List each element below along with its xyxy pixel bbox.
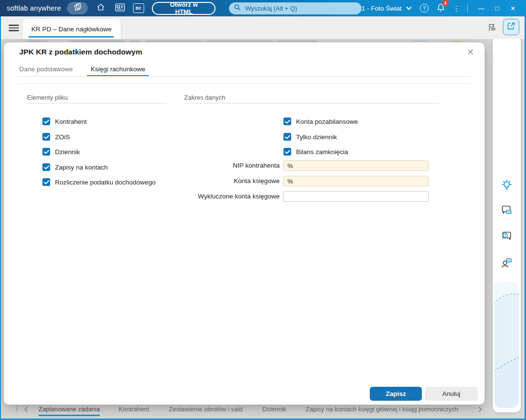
field-wykluczone-konta: Wykluczone konta księgowe	[4, 191, 440, 202]
save-button[interactable]: Zapisz	[370, 387, 422, 401]
checkbox-checked-icon[interactable]	[42, 133, 50, 141]
brand-logo: softlab anywhere	[7, 4, 61, 12]
svg-text:?: ?	[504, 234, 506, 237]
topbar-divider	[467, 4, 468, 12]
checkbox-checked-icon[interactable]	[283, 148, 291, 156]
section-underline	[184, 103, 440, 104]
chevron-down-icon	[406, 4, 411, 10]
search-placeholder: Wyszukaj (Alt + Q)	[245, 5, 297, 12]
checkbox-label: Tylko dziennik	[296, 133, 337, 141]
tab-label: KR PD – Dane nagłówkowe	[31, 26, 112, 33]
search-icon	[234, 4, 241, 13]
checkbox-kontrahent[interactable]: Kontrahent	[42, 117, 87, 126]
lightbulb-icon	[500, 185, 513, 193]
field-nip-kontrahenta: NIP kontrahenta	[4, 160, 440, 171]
home-icon	[96, 2, 106, 14]
open-in-html-button[interactable]: Otwórz w HTML	[152, 2, 216, 15]
report-button[interactable]	[114, 2, 126, 14]
feedback-button[interactable]	[500, 204, 513, 217]
maximize-button[interactable]: □	[490, 2, 504, 14]
dialog-title: JPK KR z podatkiem dochodowym	[19, 48, 142, 56]
chat-feedback-icon	[500, 210, 513, 219]
section-divider	[17, 83, 471, 84]
checkbox-bilans-zamkniecia[interactable]: Bilans zamknięcia	[283, 147, 348, 156]
hamburger-icon	[9, 25, 19, 26]
task-list-button[interactable]	[487, 23, 497, 34]
help-button[interactable]: ?	[420, 4, 429, 13]
nip-kontrahenta-input[interactable]	[283, 160, 429, 171]
checkbox-konta-pozabilansowe[interactable]: Konta pozabilansowe	[283, 117, 358, 126]
close-window-button[interactable]: ✕	[506, 2, 520, 14]
apps-button[interactable]	[67, 2, 88, 14]
home-button[interactable]	[94, 2, 107, 14]
tab-dane-podstawowe[interactable]: Dane podstawowe	[19, 66, 73, 73]
checkbox-checked-icon[interactable]	[42, 118, 50, 125]
chat-question-icon: ?	[500, 236, 513, 245]
field-label: Wykluczone konta księgowe	[76, 191, 280, 202]
checkbox-dziennik[interactable]: Dziennik	[42, 147, 80, 156]
close-icon[interactable]: ✕	[464, 46, 477, 58]
cancel-button[interactable]: Anuluj	[425, 387, 478, 401]
checkbox-checked-icon[interactable]	[42, 148, 50, 156]
ideas-button[interactable]	[500, 178, 513, 192]
minimize-button[interactable]: —	[474, 2, 488, 14]
checkbox-checked-icon[interactable]	[283, 118, 291, 125]
share-button[interactable]	[503, 19, 519, 35]
checkbox-checked-icon[interactable]	[283, 133, 291, 141]
jpk-kr-dialog: ✕ JPK KR z podatkiem dochodowym Dane pod…	[4, 42, 485, 405]
help-chat-button[interactable]: ?	[500, 230, 513, 243]
layers-icon	[72, 2, 83, 14]
checkbox-label: Dziennik	[55, 148, 80, 156]
checkbox-label: Kontrahent	[55, 118, 87, 125]
section-underline	[27, 103, 167, 104]
checkbox-tylko-dziennik[interactable]: Tylko dziennik	[283, 132, 337, 141]
bell-icon	[437, 5, 445, 13]
community-button[interactable]	[500, 256, 513, 270]
notifications-button[interactable]: 1	[437, 3, 445, 14]
search-input[interactable]: Wyszukaj (Alt + Q)	[229, 2, 361, 14]
topbar: softlab anywhere BC Otwórz w HTML Wyszuk…	[0, 0, 526, 16]
tab-ksiegi-rachunkowe[interactable]: Księgi rachunkowe	[91, 66, 145, 73]
notification-badge: 1	[442, 0, 449, 6]
tab-kr-pd-dane-naglowkowe[interactable]: KR PD – Dane nagłówkowe	[23, 19, 121, 39]
checkbox-label: Bilans zamknięcia	[296, 148, 348, 156]
company-selector[interactable]: 1 - Foto Świat	[362, 5, 411, 12]
konta-ksiegowe-input[interactable]	[283, 176, 429, 186]
app-tabbar: KR PD – Dane nagłówkowe	[0, 16, 526, 39]
checkbox-label: ZOiS	[55, 133, 70, 141]
section-title-elementy-pliku: Elementy pliku	[27, 94, 68, 101]
person-chat-icon	[500, 263, 513, 271]
section-title-zakres-danych: Zakres danych	[184, 94, 225, 101]
company-name: 1 - Foto Świat	[362, 5, 402, 12]
window-border-left	[0, 16, 1, 420]
tabs-divider	[17, 76, 471, 77]
share-icon	[506, 21, 516, 33]
bc-button[interactable]: BC	[133, 3, 145, 13]
overflow-menu-button[interactable]: ⋮	[453, 5, 460, 12]
report-icon	[115, 3, 125, 14]
field-label: Konta księgowe	[76, 176, 280, 186]
checkbox-label: Konta pozabilansowe	[296, 118, 358, 125]
field-label: NIP kontrahenta	[76, 160, 280, 171]
wykluczone-konta-input[interactable]	[283, 191, 429, 202]
menu-button[interactable]	[9, 25, 19, 33]
decorative-panel	[495, 282, 519, 408]
flag-list-icon	[487, 26, 497, 34]
field-konta-ksiegowe: Konta księgowe	[4, 176, 440, 186]
topbar-right-group: 1 - Foto Świat ? 1 ⋮ — □ ✕	[362, 2, 522, 14]
assistance-sidebar: ?	[493, 36, 521, 412]
checkbox-zois[interactable]: ZOiS	[42, 132, 70, 141]
